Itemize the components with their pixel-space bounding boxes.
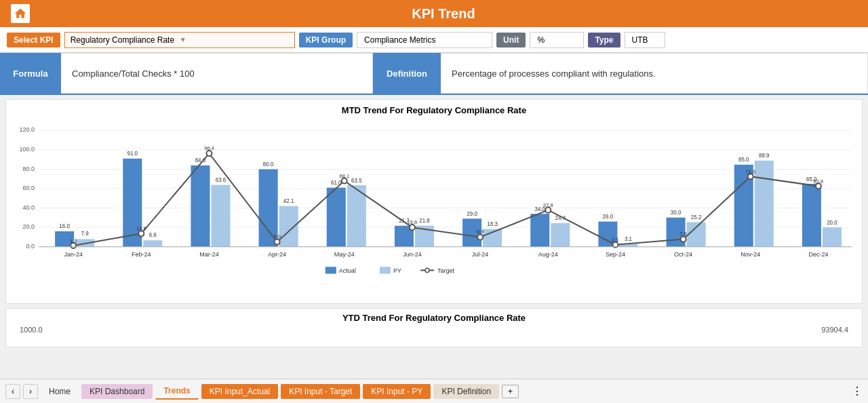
legend-py-label: PY [393, 267, 401, 274]
tab-kpi-dashboard[interactable]: KPI Dashboard [81, 384, 153, 399]
svg-text:80.0: 80.0 [263, 161, 274, 168]
definition-content: Percentage of processes compliant with r… [441, 53, 868, 94]
legend-target-label: Target [437, 267, 454, 274]
mtd-chart-section: MTD Trend For Regulatory Compliance Rate… [5, 99, 863, 304]
bar-py-nov [755, 161, 774, 247]
svg-text:3.1: 3.1 [625, 235, 633, 242]
bar-py-mar [211, 185, 230, 247]
formula-tab[interactable]: Formula [0, 53, 61, 94]
svg-text:63.5: 63.5 [351, 178, 362, 184]
svg-text:7.9: 7.9 [81, 231, 90, 237]
mtd-chart-svg: 120.0 100.0 80.0 60.0 40.0 20.0 0.0 [13, 118, 855, 291]
svg-text:13.6: 13.6 [136, 225, 146, 231]
target-dot-feb [138, 231, 144, 236]
target-dot-apr [275, 239, 280, 245]
ytd-section: YTD Trend For Regulatory Compliance Rate… [5, 308, 863, 347]
bar-py-feb [143, 240, 162, 246]
tab-kpi-input-target[interactable]: KPI Input - Target [281, 384, 360, 399]
svg-text:Jul-24: Jul-24 [472, 251, 489, 258]
nav-prev-button[interactable]: ‹ [5, 384, 20, 399]
bar-actual-mar [191, 166, 210, 247]
target-line [73, 153, 818, 246]
svg-text:Aug-24: Aug-24 [538, 251, 558, 258]
controls-row: Select KPI Regulatory Compliance Rate ▼ … [0, 27, 868, 53]
svg-text:2.1: 2.1 [612, 236, 618, 242]
home-icon[interactable] [11, 4, 30, 23]
svg-text:Jun-24: Jun-24 [403, 251, 422, 258]
add-tab-button[interactable]: + [502, 385, 519, 398]
legend-py-swatch [380, 267, 391, 273]
svg-text:18.3: 18.3 [487, 221, 498, 227]
bar-py-aug [551, 223, 570, 247]
formula-content: Compliance/Total Checks * 100 [61, 53, 373, 94]
svg-text:88.9: 88.9 [759, 153, 770, 159]
unit-value: % [530, 32, 584, 48]
bar-py-apr [279, 206, 298, 247]
legend-target-dot [425, 268, 429, 272]
svg-text:May-24: May-24 [334, 251, 355, 258]
tab-trends[interactable]: Trends [155, 383, 198, 400]
svg-text:Apr-24: Apr-24 [268, 251, 286, 258]
svg-text:30.0: 30.0 [671, 210, 682, 216]
svg-text:40.0: 40.0 [23, 204, 35, 211]
svg-text:68.1: 68.1 [339, 173, 349, 179]
tab-kpi-input-actual[interactable]: KPI Input_Actual [201, 384, 278, 399]
svg-text:100.0: 100.0 [20, 146, 35, 153]
unit-label: Unit [496, 33, 526, 47]
type-value: UTB [625, 32, 665, 48]
bar-py-dec [823, 227, 842, 247]
type-label: Type [588, 33, 620, 47]
bar-py-oct [687, 223, 706, 247]
svg-text:Feb-24: Feb-24 [132, 251, 151, 258]
tab-kpi-input-py[interactable]: KPI Input - PY [363, 384, 431, 399]
svg-text:21.8: 21.8 [419, 218, 430, 224]
svg-text:Oct-24: Oct-24 [674, 251, 692, 258]
select-kpi-label: Select KPI [7, 33, 60, 47]
svg-text:42.1: 42.1 [283, 198, 294, 204]
svg-text:19.8: 19.8 [408, 219, 418, 225]
svg-text:0.0: 0.0 [26, 243, 35, 250]
target-dot-jun [410, 225, 415, 230]
svg-text:96.4: 96.4 [204, 145, 214, 151]
kpi-group-value: Compliance Metrics [357, 32, 492, 48]
ytd-right-value: 93904.4 [821, 326, 848, 334]
kpi-group-label: KPI Group [299, 33, 353, 47]
page-title: KPI Trend [30, 6, 857, 22]
kpi-select[interactable]: Regulatory Compliance Rate ▼ [64, 32, 295, 48]
bar-actual-may [327, 188, 346, 247]
bar-actual-dec [802, 184, 821, 247]
svg-text:20.0: 20.0 [23, 223, 35, 230]
mtd-chart-container: 120.0 100.0 80.0 60.0 40.0 20.0 0.0 [13, 118, 855, 291]
nav-next-button[interactable]: › [23, 384, 38, 399]
svg-text:1.2: 1.2 [70, 238, 77, 244]
svg-text:91.0: 91.0 [127, 151, 138, 157]
svg-text:120.0: 120.0 [20, 126, 35, 133]
svg-text:25.2: 25.2 [691, 214, 702, 220]
svg-text:9.9: 9.9 [477, 229, 484, 235]
tab-kpi-definition[interactable]: KPI Definition [433, 384, 499, 399]
legend-actual-label: Actual [339, 267, 356, 274]
legend-actual-swatch [326, 267, 336, 273]
target-dot-oct [681, 237, 686, 242]
bar-actual-aug [530, 214, 549, 247]
svg-text:Dec-24: Dec-24 [808, 251, 828, 258]
kpi-select-value: Regulatory Compliance Rate [71, 35, 180, 45]
tab-home[interactable]: Home [41, 384, 79, 399]
svg-text:Jan-24: Jan-24 [64, 251, 83, 258]
svg-text:16.0: 16.0 [59, 223, 70, 229]
target-dot-jul [477, 234, 483, 239]
svg-text:85.0: 85.0 [738, 157, 749, 163]
header: KPI Trend [0, 0, 868, 27]
svg-text:63.6: 63.6 [216, 177, 226, 183]
target-dot-mar [206, 151, 212, 156]
ytd-chart-title: YTD Trend For Regulatory Compliance Rate [13, 313, 855, 323]
svg-text:62.6: 62.6 [814, 178, 824, 185]
svg-text:72.5: 72.5 [745, 169, 755, 175]
svg-text:5.0: 5.0 [273, 233, 280, 239]
svg-text:6.6: 6.6 [149, 232, 157, 238]
definition-tab[interactable]: Definition [373, 53, 441, 94]
svg-text:7.8: 7.8 [679, 231, 686, 237]
svg-text:20.0: 20.0 [827, 220, 837, 226]
tab-menu-button[interactable]: ⋮ [852, 385, 863, 398]
svg-text:26.0: 26.0 [603, 214, 614, 220]
